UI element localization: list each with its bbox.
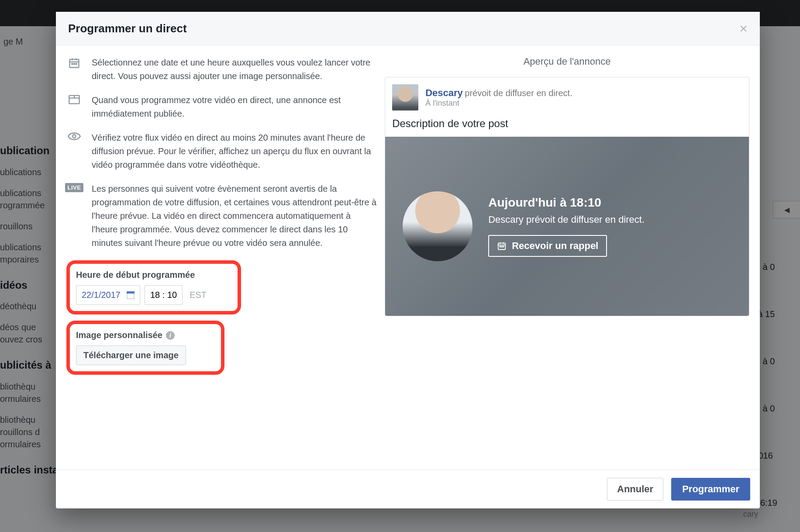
tip-text: Quand vous programmez votre vidéo en dir…: [92, 93, 377, 121]
preview-heading: Aperçu de l'annonce: [385, 56, 749, 67]
modal-overlay: Programmer un direct × Sélectionnez une …: [0, 0, 800, 532]
live-banner: Aujourd'hui à 18:10 Descary prévoit de d…: [385, 137, 749, 316]
avatar-large: [403, 191, 472, 261]
close-button[interactable]: ×: [739, 21, 748, 35]
time-input[interactable]: 18 : 10: [145, 285, 183, 305]
cancel-button[interactable]: Annuler: [607, 478, 663, 501]
confirm-schedule-button[interactable]: Programmer: [671, 478, 750, 501]
info-icon[interactable]: i: [166, 331, 175, 340]
tip-row-verify: Vérifiez votre flux vidéo en direct au m…: [66, 131, 377, 172]
get-reminder-button[interactable]: Recevoir un rappel: [488, 235, 607, 257]
svg-point-4: [72, 63, 72, 64]
svg-point-18: [500, 246, 501, 247]
calendar-picker-icon: [127, 291, 134, 299]
tip-text: Vérifiez votre flux vidéo en direct au m…: [92, 131, 377, 172]
upload-image-label: Télécharger une image: [83, 350, 179, 360]
dialog-title: Programmer un direct: [68, 22, 187, 35]
banner-subtitle: Descary prévoit de diffuser en direct.: [488, 214, 645, 225]
dialog-body: Sélectionnez une date et une heure auxqu…: [56, 45, 760, 470]
close-icon: ×: [739, 21, 748, 36]
reminder-label: Recevoir un rappel: [512, 240, 598, 252]
calendar-icon: [68, 57, 80, 69]
svg-rect-13: [127, 291, 134, 294]
svg-point-5: [74, 63, 75, 64]
post-author-link[interactable]: Descary: [425, 87, 463, 98]
tip-text: Sélectionnez une date et une heure auxqu…: [92, 56, 377, 83]
tip-row-live: LIVE Les personnes qui suivent votre évè…: [66, 182, 377, 250]
confirm-label: Programmer: [682, 484, 739, 494]
svg-point-10: [72, 135, 76, 138]
schedule-time-section: Heure de début programmée 22/1/2017 18 :…: [66, 260, 241, 314]
schedule-live-dialog: Programmer un direct × Sélectionnez une …: [56, 12, 760, 508]
post-action-text: prévoit de diffuser en direct.: [465, 88, 572, 98]
svg-point-6: [76, 63, 77, 64]
custom-image-label: Image personnalisée i: [76, 330, 215, 340]
post-header: Descary prévoit de diffuser en direct. À…: [385, 77, 749, 117]
post-timestamp: À l'instant: [425, 99, 572, 108]
tip-row-publish: Quand vous programmez votre vidéo en dir…: [66, 93, 377, 121]
eye-icon: [68, 132, 81, 141]
timezone-label: EST: [187, 290, 209, 300]
dialog-footer: Annuler Programmer: [56, 470, 760, 508]
custom-image-section: Image personnalisée i Télécharger une im…: [66, 321, 224, 375]
time-value: 18 : 10: [150, 290, 177, 300]
tip-text: Les personnes qui suivent votre évènemen…: [92, 182, 377, 250]
svg-point-20: [503, 246, 504, 247]
window-icon: [68, 94, 80, 105]
svg-rect-12: [128, 294, 134, 298]
banner-time: Aujourd'hui à 18:10: [488, 196, 645, 210]
svg-point-19: [501, 246, 502, 247]
schedule-time-label: Heure de début programmée: [76, 270, 231, 280]
post-description: Description de votre post: [385, 117, 749, 137]
cancel-label: Annuler: [617, 484, 653, 494]
avatar: [392, 84, 418, 111]
calendar-icon: [497, 241, 507, 251]
upload-image-button[interactable]: Télécharger une image: [76, 345, 186, 365]
live-badge-icon: LIVE: [65, 183, 84, 192]
dialog-header: Programmer un direct ×: [56, 12, 760, 45]
left-pane: Sélectionnez une date et une heure auxqu…: [66, 56, 377, 463]
date-input[interactable]: 22/1/2017: [76, 285, 140, 305]
tip-row-calendar: Sélectionnez une date et une heure auxqu…: [66, 56, 377, 83]
post-preview-card: Descary prévoit de diffuser en direct. À…: [385, 77, 749, 316]
date-value: 22/1/2017: [82, 290, 121, 300]
right-pane: Aperçu de l'annonce Descary prévoit de d…: [385, 56, 749, 463]
